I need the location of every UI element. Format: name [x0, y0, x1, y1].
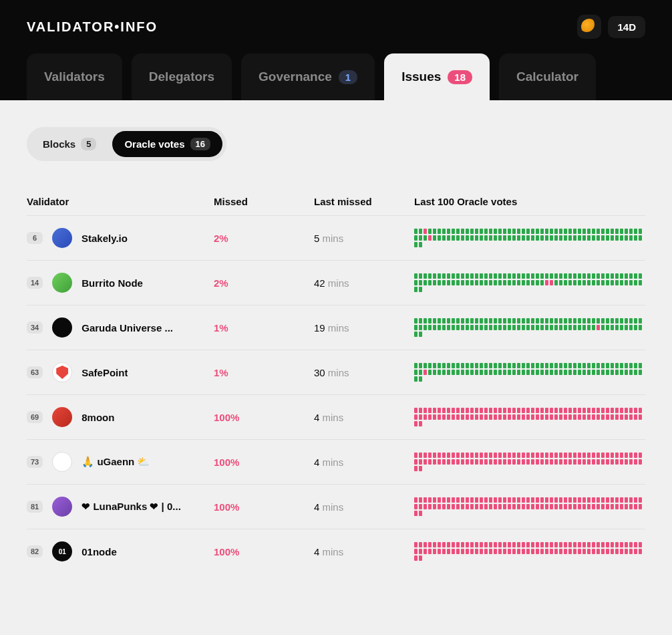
tab-badge: 1 — [339, 70, 357, 84]
tab-governance[interactable]: Governance1 — [241, 53, 375, 100]
avatar — [52, 452, 72, 472]
top-right: 14D — [577, 15, 645, 39]
missed-value: 100% — [214, 457, 314, 468]
tab-validators[interactable]: Validators — [27, 53, 122, 100]
time-range-badge[interactable]: 14D — [608, 16, 645, 38]
sub-tab-badge: 5 — [81, 138, 96, 150]
validator-cell: 63SafePoint — [27, 362, 214, 382]
tab-label: Delegators — [149, 70, 214, 84]
validator-name: 01node — [81, 546, 117, 557]
last-missed-value: 30 mins — [314, 367, 414, 378]
missed-value: 2% — [214, 277, 314, 289]
top-bar: VALIDATOR•INFO 14D — [27, 0, 645, 53]
header: VALIDATOR•INFO 14D ValidatorsDelegatorsG… — [0, 0, 672, 100]
rank-badge: 73 — [27, 456, 43, 468]
main-tabs: ValidatorsDelegatorsGovernance1Issues18C… — [27, 53, 645, 100]
oracle-votes — [414, 363, 645, 382]
validator-cell: 820101node — [27, 541, 214, 561]
tab-label: Governance — [259, 70, 332, 84]
avatar — [52, 318, 72, 338]
validator-cell: 698moon — [27, 407, 214, 427]
last-missed-value: 19 mins — [314, 322, 414, 334]
col-missed: Missed — [214, 196, 314, 207]
network-icon[interactable] — [577, 15, 601, 39]
table-row[interactable]: 698moon100%4 mins — [27, 394, 645, 439]
avatar: 01 — [52, 541, 72, 561]
table-row[interactable]: 14Burrito Node2%42 mins — [27, 260, 645, 305]
tab-label: Issues — [401, 70, 441, 84]
table-row[interactable]: 73🙏 uGaenn ⛅100%4 mins — [27, 439, 645, 484]
rank-badge: 63 — [27, 366, 43, 378]
rank-badge: 6 — [27, 232, 43, 244]
table-body: 6Stakely.io2%5 mins14Burrito Node2%42 mi… — [27, 215, 645, 574]
last-missed-value: 4 mins — [314, 412, 414, 423]
col-validator: Validator — [27, 196, 214, 207]
validator-cell: 73🙏 uGaenn ⛅ — [27, 452, 214, 472]
oracle-votes — [414, 453, 645, 471]
rank-badge: 34 — [27, 322, 43, 334]
col-last-missed: Last missed — [314, 196, 414, 207]
validator-name: 8moon — [81, 412, 114, 423]
tab-badge: 18 — [448, 70, 472, 84]
last-missed-value: 4 mins — [314, 457, 414, 468]
table-row[interactable]: 820101node100%4 mins — [27, 529, 645, 574]
logo[interactable]: VALIDATOR•INFO — [27, 19, 158, 35]
validator-cell: 14Burrito Node — [27, 273, 214, 293]
avatar — [52, 362, 72, 382]
oracle-votes — [414, 542, 645, 561]
validator-name: ❤ LunaPunks ❤ | 0... — [81, 501, 181, 513]
rank-badge: 14 — [27, 277, 43, 289]
sub-tab-blocks[interactable]: Blocks5 — [31, 131, 108, 157]
oracle-votes — [414, 318, 645, 337]
tab-label: Calculator — [516, 70, 578, 84]
validator-cell: 34Garuda Universe ... — [27, 318, 214, 338]
validator-name: SafePoint — [81, 367, 128, 378]
table-row[interactable]: 34Garuda Universe ...1%19 mins — [27, 305, 645, 350]
avatar — [52, 273, 72, 293]
missed-value: 100% — [214, 546, 314, 557]
validator-cell: 81❤ LunaPunks ❤ | 0... — [27, 497, 214, 517]
tab-delegators[interactable]: Delegators — [132, 53, 232, 100]
missed-value: 100% — [214, 412, 314, 423]
avatar — [52, 228, 72, 248]
missed-value: 2% — [214, 233, 314, 244]
col-votes: Last 100 Oracle votes — [414, 196, 645, 207]
missed-value: 1% — [214, 322, 314, 334]
validator-name: Stakely.io — [81, 233, 128, 244]
tab-calculator[interactable]: Calculator — [499, 53, 596, 100]
validator-name: Burrito Node — [81, 277, 143, 289]
rank-badge: 82 — [27, 545, 43, 557]
missed-value: 100% — [214, 501, 314, 513]
rank-badge: 69 — [27, 411, 43, 423]
validator-cell: 6Stakely.io — [27, 228, 214, 248]
table-row[interactable]: 6Stakely.io2%5 mins — [27, 215, 645, 260]
oracle-votes — [414, 408, 645, 426]
content: Blocks5Oracle votes16 Validator Missed L… — [0, 100, 672, 600]
tab-label: Validators — [44, 70, 105, 84]
oracle-votes — [414, 497, 645, 516]
sub-tab-label: Blocks — [43, 138, 75, 150]
validator-name: Garuda Universe ... — [81, 322, 173, 334]
rank-badge: 81 — [27, 501, 43, 513]
last-missed-value: 5 mins — [314, 233, 414, 244]
table-row[interactable]: 63SafePoint1%30 mins — [27, 350, 645, 394]
sub-tab-badge: 16 — [190, 138, 210, 150]
avatar — [52, 497, 72, 517]
oracle-votes — [414, 229, 645, 247]
table-row[interactable]: 81❤ LunaPunks ❤ | 0...100%4 mins — [27, 484, 645, 529]
sub-tab-label: Oracle votes — [124, 138, 184, 150]
oracle-votes — [414, 273, 645, 292]
last-missed-value: 4 mins — [314, 546, 414, 557]
validator-name: 🙏 uGaenn ⛅ — [81, 456, 150, 468]
table-header: Validator Missed Last missed Last 100 Or… — [27, 188, 645, 215]
sub-tabs: Blocks5Oracle votes16 — [27, 127, 226, 161]
missed-value: 1% — [214, 367, 314, 378]
sub-tab-oracle-votes[interactable]: Oracle votes16 — [112, 131, 222, 157]
last-missed-value: 42 mins — [314, 277, 414, 289]
avatar — [52, 407, 72, 427]
last-missed-value: 4 mins — [314, 501, 414, 513]
tab-issues[interactable]: Issues18 — [384, 53, 490, 100]
